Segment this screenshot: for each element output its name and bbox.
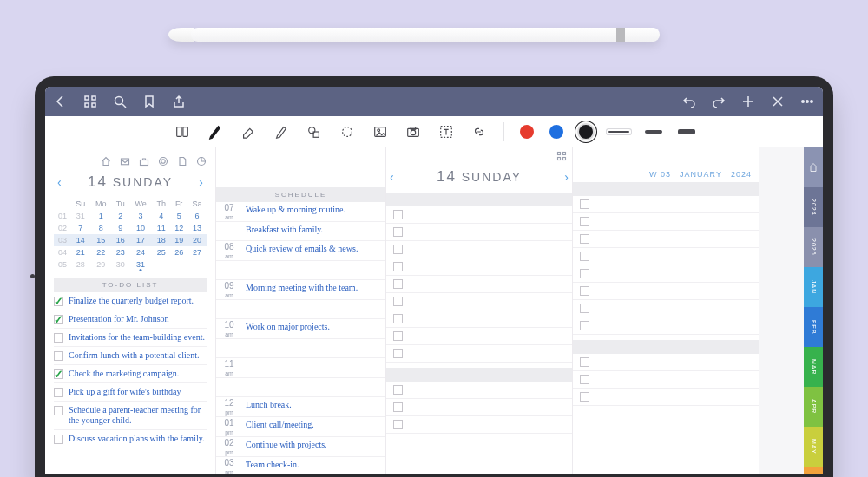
color-swatch-black[interactable] — [579, 125, 593, 139]
check-row[interactable] — [386, 382, 572, 399]
schedule-row[interactable]: 02pmContinue with projects. — [216, 437, 385, 457]
grid-small-icon[interactable] — [556, 151, 567, 161]
checkbox[interactable] — [393, 210, 403, 219]
side-tab[interactable]: 2025 — [804, 227, 823, 267]
check-row[interactable] — [573, 265, 759, 283]
check-row[interactable] — [573, 213, 759, 231]
highlighter-tool-icon[interactable] — [273, 123, 290, 140]
check-row[interactable] — [573, 248, 759, 265]
doc-icon[interactable] — [177, 156, 187, 167]
pen-tool-icon[interactable] — [207, 123, 224, 140]
mail-icon[interactable] — [120, 156, 130, 167]
check-row[interactable] — [573, 283, 759, 300]
checkbox[interactable] — [393, 402, 403, 412]
checkbox[interactable] — [393, 245, 403, 254]
image-tool-icon[interactable] — [372, 123, 389, 140]
check-row[interactable] — [386, 224, 572, 241]
schedule-row[interactable]: Breakfast with family. — [216, 222, 385, 241]
chart-icon[interactable] — [196, 156, 207, 167]
check-row[interactable] — [573, 196, 759, 213]
checkbox[interactable] — [54, 351, 63, 361]
checkbox[interactable] — [580, 375, 589, 384]
checkbox[interactable] — [54, 435, 63, 444]
check-row[interactable] — [386, 258, 572, 276]
checkbox[interactable] — [54, 315, 63, 324]
checkbox[interactable] — [580, 304, 589, 313]
check-row[interactable] — [573, 231, 759, 248]
schedule-row[interactable]: 01pmClient call/meeting. — [216, 417, 385, 437]
prev-day-icon-2[interactable]: ‹ — [390, 170, 394, 184]
check-row[interactable] — [386, 328, 572, 345]
todo-item[interactable]: Discuss vacation plans with the family. — [54, 430, 207, 448]
check-row[interactable] — [386, 345, 572, 363]
side-tab[interactable]: MAY — [804, 427, 823, 467]
checkbox[interactable] — [580, 234, 589, 244]
checkbox[interactable] — [580, 217, 589, 226]
check-row[interactable] — [573, 389, 759, 406]
tab-home[interactable] — [804, 147, 823, 187]
side-tab[interactable]: MAR — [804, 347, 823, 387]
more-icon[interactable] — [800, 95, 814, 108]
redo-icon[interactable] — [712, 95, 726, 108]
check-row[interactable] — [386, 241, 572, 258]
checkbox[interactable] — [54, 333, 63, 343]
check-row[interactable] — [386, 310, 572, 328]
checkbox[interactable] — [54, 388, 63, 397]
checkbox[interactable] — [393, 420, 403, 429]
schedule-row[interactable] — [216, 339, 385, 358]
week-label[interactable]: W 03 — [649, 170, 671, 179]
checkbox[interactable] — [393, 349, 403, 358]
camera-tool-icon[interactable] — [404, 123, 422, 140]
lasso-tool-icon[interactable] — [339, 123, 356, 140]
schedule-row[interactable]: 12pmLunch break. — [216, 397, 385, 417]
checkbox[interactable] — [580, 252, 589, 261]
checkbox[interactable] — [393, 227, 403, 237]
checkbox[interactable] — [580, 392, 589, 402]
month-label[interactable]: JANUARY — [680, 170, 722, 179]
checkbox[interactable] — [580, 269, 589, 278]
link-tool-icon[interactable] — [470, 123, 488, 140]
back-icon[interactable] — [54, 95, 68, 108]
color-swatch-blue[interactable] — [549, 125, 563, 139]
share-icon[interactable] — [172, 95, 186, 108]
text-tool-icon[interactable] — [437, 123, 455, 140]
checkbox[interactable] — [580, 199, 589, 209]
check-row[interactable] — [386, 206, 572, 224]
shapes-tool-icon[interactable] — [306, 123, 323, 140]
schedule-row[interactable]: 11am — [216, 358, 385, 378]
prev-day-icon[interactable]: ‹ — [57, 175, 62, 189]
checkbox[interactable] — [393, 262, 403, 271]
check-row[interactable] — [386, 293, 572, 310]
todo-item[interactable]: Check the marketing campaign. — [54, 365, 207, 383]
checkbox[interactable] — [54, 297, 63, 306]
todo-item[interactable]: Invitations for the team-building event. — [54, 329, 207, 347]
schedule-row[interactable]: 08amQuick review of emails & news. — [216, 241, 385, 261]
checkbox[interactable] — [393, 279, 403, 289]
todo-item[interactable]: Pick up a gift for wife's birthday — [54, 383, 207, 402]
todo-item[interactable]: Presentation for Mr. Johnson — [54, 310, 207, 329]
color-swatch-red[interactable] — [520, 125, 534, 139]
checkbox[interactable] — [580, 357, 589, 367]
side-tab[interactable]: 2024 — [804, 187, 823, 227]
checkbox[interactable] — [393, 314, 403, 323]
todo-item[interactable]: Finalize the quarterly budget report. — [54, 292, 207, 310]
check-row[interactable] — [573, 371, 759, 389]
side-tab[interactable]: JAN — [804, 267, 823, 307]
checkbox[interactable] — [54, 406, 63, 415]
side-tab[interactable]: FEB — [804, 307, 823, 347]
pages-tool-icon[interactable] — [174, 123, 191, 140]
stroke-thin[interactable] — [608, 131, 629, 133]
eraser-tool-icon[interactable] — [240, 123, 257, 140]
check-row[interactable] — [573, 354, 759, 371]
check-row[interactable] — [573, 300, 759, 317]
schedule-row[interactable] — [216, 378, 385, 397]
next-day-icon-2[interactable]: › — [564, 170, 569, 184]
next-day-icon[interactable]: › — [199, 175, 203, 189]
schedule-row[interactable]: 10amWork on major projects. — [216, 319, 385, 339]
checkbox[interactable] — [393, 385, 403, 395]
search-icon[interactable] — [113, 95, 127, 108]
undo-icon[interactable] — [682, 95, 696, 108]
schedule-row[interactable] — [216, 261, 385, 280]
check-row[interactable] — [386, 399, 572, 416]
checkbox[interactable] — [580, 286, 589, 296]
